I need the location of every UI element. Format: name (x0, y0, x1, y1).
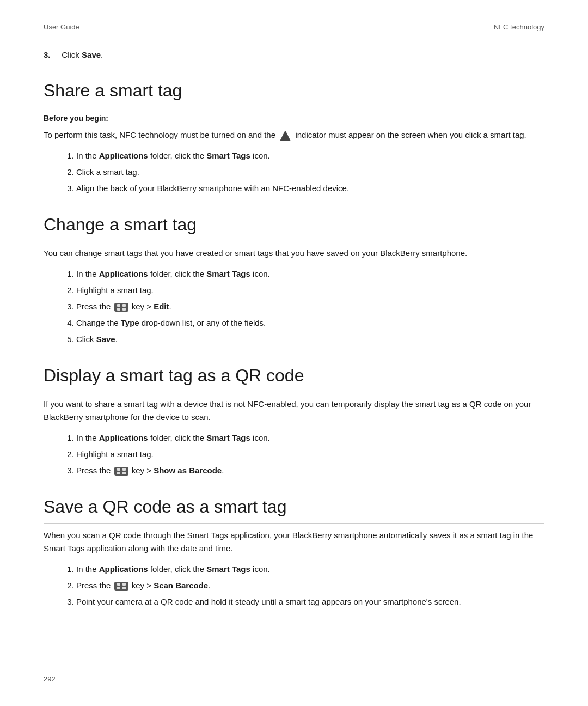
menu-key-icon-2 (114, 467, 128, 476)
display-steps-list: In the Applications folder, click the Sm… (76, 431, 544, 477)
share-step-2: Click a smart tag. (76, 166, 544, 179)
change-step-1: In the Applications folder, click the Sm… (76, 267, 544, 281)
save-description: When you scan a QR code through the Smar… (44, 529, 544, 555)
page-number: 292 (44, 674, 56, 685)
header-left: User Guide (44, 22, 79, 33)
svg-rect-3 (117, 304, 120, 307)
share-description: To perform this task, NFC technology mus… (44, 129, 544, 142)
change-description: You can change smart tags that you have … (44, 247, 544, 260)
save-title: Save a QR code as a smart tag (44, 494, 544, 524)
page-header: User Guide NFC technology (44, 22, 544, 33)
display-step-1: In the Applications folder, click the Sm… (76, 431, 544, 445)
section-change-smart-tag: Change a smart tag You can change smart … (44, 211, 544, 346)
share-step-3: Align the back of your BlackBerry smartp… (76, 182, 544, 195)
svg-rect-13 (117, 587, 120, 589)
display-step-2: Highlight a smart tag. (76, 448, 544, 461)
display-title: Display a smart tag as a QR code (44, 362, 544, 392)
display-step-3: Press the key > Show as Barcode. (76, 464, 544, 477)
intro-step: 3. Click Save. (44, 49, 544, 62)
svg-rect-11 (117, 583, 120, 586)
svg-rect-10 (122, 472, 126, 474)
share-title: Share a smart tag (44, 77, 544, 107)
before-begin-label: Before you begin: (44, 113, 544, 124)
svg-rect-5 (117, 308, 120, 311)
change-step-5: Click Save. (76, 333, 544, 346)
svg-rect-14 (122, 587, 126, 589)
section-display-qr: Display a smart tag as a QR code If you … (44, 362, 544, 477)
share-step-1: In the Applications folder, click the Sm… (76, 149, 544, 162)
change-step-4: Change the Type drop-down list, or any o… (76, 317, 544, 330)
save-step-2: Press the key > Scan Barcode. (76, 579, 544, 592)
change-steps-list: In the Applications folder, click the Sm… (76, 267, 544, 346)
section-save-qr: Save a QR code as a smart tag When you s… (44, 494, 544, 608)
save-step-1: In the Applications folder, click the Sm… (76, 563, 544, 576)
header-right: NFC technology (494, 22, 544, 33)
display-description: If you want to share a smart tag with a … (44, 398, 544, 424)
intro-save-label: Save (82, 50, 101, 59)
change-title: Change a smart tag (44, 211, 544, 241)
section-share-smart-tag: Share a smart tag Before you begin: To p… (44, 77, 544, 195)
change-step-2: Highlight a smart tag. (76, 284, 544, 297)
menu-key-icon (114, 303, 128, 312)
menu-key-icon-3 (114, 582, 128, 591)
nfc-icon (279, 130, 291, 142)
change-step-3: Press the key > Edit. (76, 300, 544, 313)
save-step-3: Point your camera at a QR code and hold … (76, 595, 544, 608)
svg-rect-8 (122, 468, 126, 471)
svg-rect-4 (122, 304, 126, 307)
intro-step-number: 3. (44, 50, 51, 59)
svg-rect-7 (117, 468, 120, 471)
svg-rect-12 (122, 583, 126, 586)
share-steps-list: In the Applications folder, click the Sm… (76, 149, 544, 195)
svg-rect-6 (122, 308, 126, 311)
svg-rect-9 (117, 472, 120, 474)
save-steps-list: In the Applications folder, click the Sm… (76, 563, 544, 608)
